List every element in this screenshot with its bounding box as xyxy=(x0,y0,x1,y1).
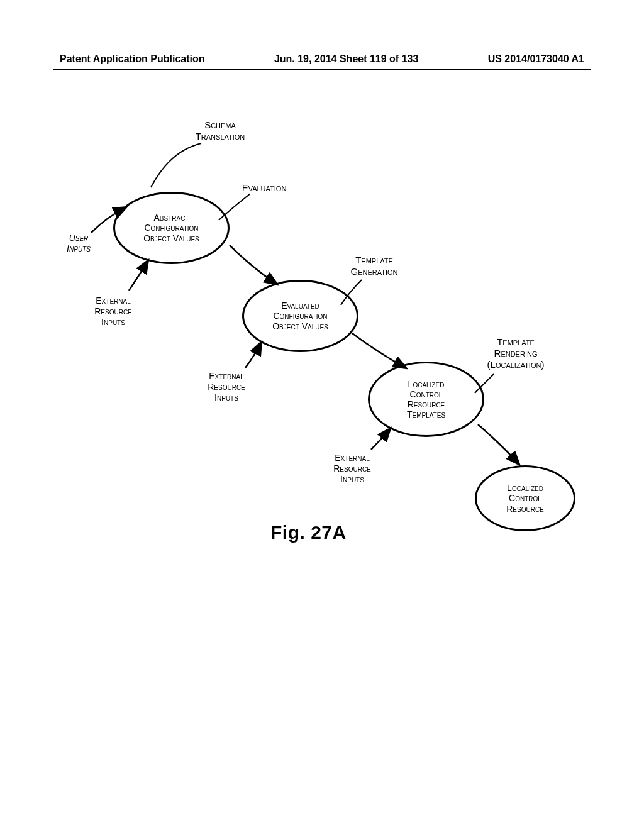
header-right: US 2014/0173040 A1 xyxy=(488,53,584,65)
header-center: Jun. 19, 2014 Sheet 119 of 133 xyxy=(274,53,418,65)
arc-eval-top xyxy=(219,194,250,220)
header-rule xyxy=(53,69,591,70)
arrow-tmplgen xyxy=(352,333,406,368)
arc-tmplrender-top xyxy=(475,374,494,393)
figure-area: SchemaTranslation Evaluation TemplateGen… xyxy=(57,119,572,685)
arrows-layer xyxy=(57,119,572,685)
arc-tmplgen-top xyxy=(341,280,362,305)
arrow-tmplrender xyxy=(478,424,519,464)
arrow-ext-3 xyxy=(371,429,390,450)
header-left: Patent Application Publication xyxy=(60,53,205,65)
arrow-eval xyxy=(230,245,277,284)
arrow-user-inputs xyxy=(91,208,126,233)
page-header: Patent Application Publication Jun. 19, … xyxy=(0,53,644,65)
arrow-ext-1 xyxy=(129,261,148,290)
arc-schema xyxy=(151,143,201,187)
arrow-ext-2 xyxy=(245,343,261,368)
